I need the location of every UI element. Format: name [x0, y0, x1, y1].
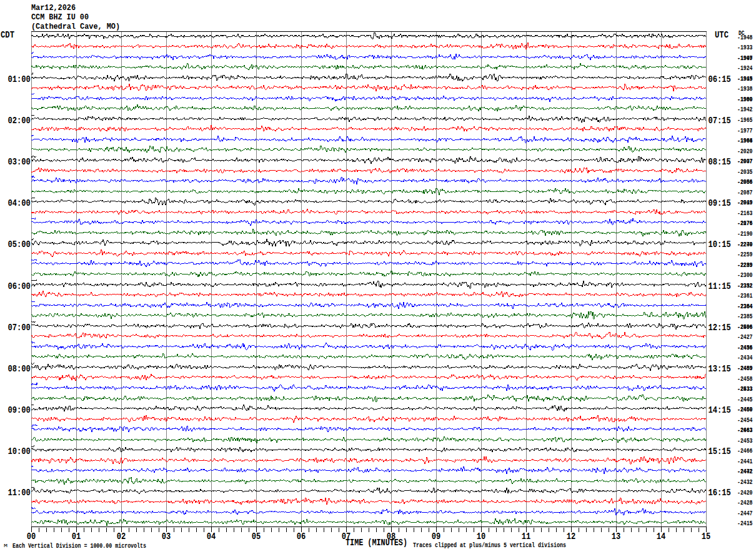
svg-text:-2459: -2459 [737, 365, 753, 372]
svg-text:-2056: -2056 [737, 178, 753, 186]
svg-text:(Cathedral Cave, MO): (Cathedral Cave, MO) [31, 22, 120, 31]
svg-text:08:15: 08:15 [709, 157, 731, 168]
svg-text:-1948: -1948 [737, 34, 753, 41]
svg-text:08:00: 08:00 [8, 364, 31, 375]
svg-text:11:15: 11:15 [709, 281, 731, 292]
svg-text:-1938: -1938 [737, 85, 753, 93]
svg-text:TIME (MINUTES): TIME (MINUTES) [346, 538, 407, 548]
svg-text:-2049: -2049 [737, 199, 753, 206]
svg-text:-2163: -2163 [737, 209, 753, 217]
svg-text:09:15: 09:15 [709, 198, 731, 209]
svg-text:-1977: -1977 [737, 127, 753, 134]
svg-text:10: 10 [477, 531, 486, 542]
svg-text:Traces clipped at plus/minus 5: Traces clipped at plus/minus 5 vertical … [413, 541, 566, 549]
svg-text:09: 09 [432, 531, 441, 542]
svg-text:06:15: 06:15 [709, 74, 731, 85]
svg-text:Mar12,2026: Mar12,2026 [31, 3, 76, 13]
svg-text:12:15: 12:15 [709, 323, 731, 333]
svg-text:-2300: -2300 [737, 271, 753, 279]
svg-text:-2436: -2436 [737, 344, 753, 351]
svg-text:-2428: -2428 [737, 499, 753, 506]
svg-text:01:00: 01:00 [8, 74, 31, 85]
svg-text:14: 14 [657, 531, 666, 542]
svg-text:11:00: 11:00 [8, 488, 31, 498]
svg-text:-2445: -2445 [737, 396, 753, 403]
svg-text:-2432: -2432 [737, 478, 753, 486]
svg-text:11: 11 [522, 531, 531, 542]
svg-text:-2433: -2433 [737, 385, 753, 393]
svg-text:06:00: 06:00 [8, 281, 31, 292]
svg-text:-2035: -2035 [737, 168, 753, 176]
svg-text:-2458: -2458 [737, 375, 753, 383]
svg-text:-2239: -2239 [737, 261, 753, 269]
svg-text:09:00: 09:00 [8, 405, 31, 416]
svg-text:04: 04 [207, 531, 216, 542]
svg-text:02:00: 02:00 [8, 116, 31, 126]
svg-text:Each Vertical Division = 1000.: Each Vertical Division = 1000.00 microvo… [12, 542, 146, 550]
svg-text:-2361: -2361 [737, 292, 753, 300]
svg-text:07:15: 07:15 [709, 116, 731, 126]
svg-text:15: 15 [702, 531, 711, 542]
svg-text:-2406: -2406 [737, 323, 753, 331]
svg-text:05: 05 [252, 531, 261, 542]
svg-text:02: 02 [117, 531, 126, 542]
svg-text:14:15: 14:15 [709, 405, 731, 416]
svg-text:-1933: -1933 [737, 44, 753, 51]
svg-text:03: 03 [162, 531, 171, 542]
svg-text:15:15: 15:15 [709, 446, 731, 457]
svg-text:-2415: -2415 [737, 520, 753, 527]
svg-text:-2332: -2332 [737, 282, 753, 290]
svg-text:04:00: 04:00 [8, 198, 31, 209]
svg-text:13:15: 13:15 [709, 364, 731, 375]
svg-text:05:00: 05:00 [8, 239, 31, 250]
svg-text:-2463: -2463 [737, 426, 753, 434]
svg-text:-2466: -2466 [737, 447, 753, 455]
svg-text:CDT: CDT [1, 30, 14, 40]
svg-text:-1919: -1919 [737, 75, 753, 83]
svg-text:UTC: UTC [715, 30, 729, 40]
svg-text:06: 06 [297, 531, 306, 542]
svg-text:-2037: -2037 [737, 158, 753, 165]
svg-text:10:00: 10:00 [8, 446, 31, 457]
svg-text:-1904: -1904 [737, 137, 753, 144]
svg-text:-2427: -2427 [737, 333, 753, 341]
svg-text:-2460: -2460 [737, 406, 753, 413]
svg-text:10:15: 10:15 [709, 239, 731, 250]
svg-text:-2447: -2447 [737, 510, 753, 517]
svg-text:03:00: 03:00 [8, 157, 31, 168]
svg-text:13: 13 [612, 531, 621, 542]
svg-text:-2441: -2441 [737, 458, 753, 465]
svg-text:-1900: -1900 [737, 96, 753, 103]
svg-text:-2454: -2454 [737, 416, 753, 424]
svg-text:00: 00 [27, 531, 36, 542]
svg-text:-2087: -2087 [737, 189, 753, 196]
svg-text:-2259: -2259 [737, 251, 753, 258]
svg-text:CCM BHZ IU 00: CCM BHZ IU 00 [31, 13, 89, 22]
svg-text:-2020: -2020 [737, 148, 753, 155]
svg-text:-1909: -1909 [737, 54, 753, 62]
svg-text:-2434: -2434 [737, 354, 753, 361]
svg-text:12: 12 [567, 531, 576, 542]
svg-text:01: 01 [72, 531, 81, 542]
svg-text:-2472: -2472 [737, 468, 753, 475]
svg-text:16:15: 16:15 [709, 488, 731, 498]
svg-text:-2240: -2240 [737, 241, 753, 248]
svg-text:-2176: -2176 [737, 219, 753, 227]
svg-text:-2420: -2420 [737, 489, 753, 496]
svg-text:-1965: -1965 [737, 116, 753, 124]
svg-text:-1924: -1924 [737, 64, 753, 72]
svg-text:07:00: 07:00 [8, 323, 31, 333]
svg-text:-2385: -2385 [737, 313, 753, 320]
svg-text:-1942: -1942 [737, 106, 753, 113]
svg-text:-2453: -2453 [737, 437, 753, 445]
svg-text:M: M [4, 544, 7, 548]
svg-text:-2384: -2384 [737, 303, 753, 310]
svg-text:-2190: -2190 [737, 230, 753, 238]
